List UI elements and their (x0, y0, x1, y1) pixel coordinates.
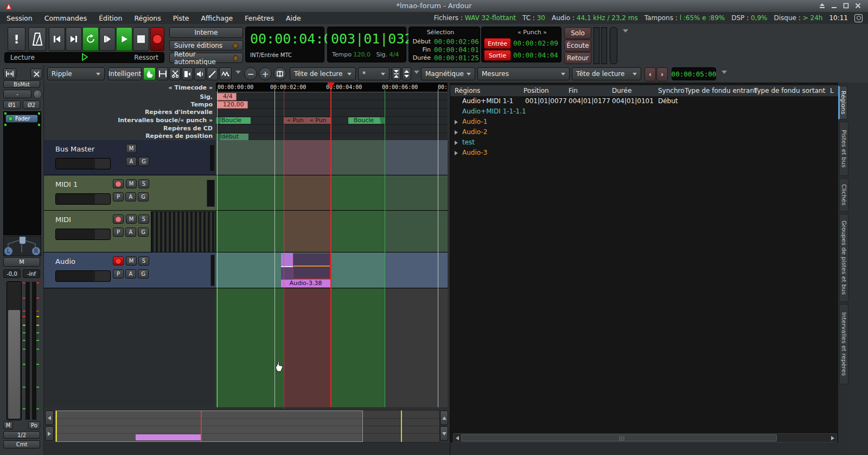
menu-piste[interactable]: Piste (173, 14, 189, 22)
ruler-label-timecode[interactable]: « Timecode » (169, 84, 213, 91)
region-row[interactable]: Audio-1 (450, 118, 839, 128)
tab-groupes[interactable]: Groupes de pistes et bus (839, 214, 848, 302)
track-gain-fader[interactable] (55, 229, 111, 240)
sig-ruler[interactable]: 4/4 (216, 92, 448, 100)
playhead-marker-icon[interactable] (327, 83, 335, 89)
primary-clock[interactable]: 00:00:04:02 INT/Entrée MTC (245, 27, 324, 62)
solo-button[interactable]: S (138, 256, 149, 266)
tab-regions[interactable]: Régions (838, 86, 847, 119)
region-row[interactable]: Audio-3 (450, 149, 839, 159)
stretch-tool-button[interactable] (182, 67, 193, 80)
solo-button[interactable]: Solo (564, 27, 591, 39)
tools-chevron[interactable] (235, 71, 241, 74)
punch-in-button[interactable]: Entrée (484, 38, 511, 49)
nudge-back-button[interactable]: ‹ (644, 67, 656, 81)
region-row[interactable]: Audio+MIDI 1-1 001|01|0077 004|01|0177 0… (450, 97, 839, 108)
zoom-fit-button[interactable] (273, 67, 286, 80)
summary-scroll-right-button[interactable] (45, 426, 54, 441)
col-synchro[interactable]: Synchro (658, 87, 685, 94)
loop-start-marker[interactable]: Boucle (216, 117, 251, 124)
summary-zoom-out-v-button[interactable] (440, 410, 448, 425)
loop-end-marker[interactable]: Boucle (348, 117, 385, 124)
automation-button[interactable]: A (125, 228, 136, 237)
pan-handle[interactable] (19, 236, 26, 244)
group-button[interactable]: G (138, 157, 149, 166)
ruler-label-range-markers[interactable]: Repères d'intervalle (145, 109, 213, 116)
punch-out-time[interactable]: 00:00:04:04 (513, 51, 558, 59)
punch-out-marker[interactable]: « Pun (307, 117, 330, 124)
solo-button[interactable]: S (138, 179, 149, 188)
edit-mode-dropdown[interactable]: Ripple (47, 67, 105, 80)
punch-out-button[interactable]: Sortie (484, 50, 511, 61)
processor-box[interactable]: Fader (3, 111, 41, 235)
region-row[interactable]: Audio-2 (450, 128, 839, 138)
tempo-ruler[interactable]: 120,00 (216, 100, 448, 109)
marker-scope-dropdown[interactable]: * (358, 67, 390, 80)
record-arm-button[interactable] (113, 179, 124, 188)
expand-arrow-icon[interactable] (455, 120, 458, 124)
tab-intervalles[interactable]: Intervalles et repères (839, 304, 848, 384)
trim-button[interactable]: - (3, 90, 31, 98)
shrink-tracks-button[interactable] (392, 67, 401, 80)
track-gain-fader[interactable] (55, 193, 111, 205)
col-position[interactable]: Position (524, 87, 549, 94)
midi-scroomer-keyboard[interactable] (151, 211, 216, 252)
trim-knob[interactable] (33, 90, 42, 99)
feedback-icon[interactable] (854, 14, 863, 22)
group-button[interactable]: G (138, 228, 149, 237)
expand-arrow-icon[interactable] (455, 141, 458, 145)
ruler-label-sig[interactable]: Sig. (200, 93, 213, 100)
audition-monitor-button[interactable]: Écoute (564, 40, 591, 52)
grid-unit-dropdown[interactable]: Mesures (477, 67, 570, 80)
follow-edits-toggle[interactable]: Suivre éditions (169, 40, 243, 50)
strip-mute-button[interactable]: M (3, 257, 40, 267)
record-button[interactable] (150, 27, 164, 51)
scroll-left-icon[interactable] (456, 436, 459, 440)
processor-led[interactable] (8, 116, 13, 121)
stop-button[interactable] (133, 27, 149, 51)
scroll-right-icon[interactable] (831, 436, 834, 440)
peak-display[interactable]: -inf (23, 269, 40, 278)
output-button[interactable]: 1/2 (3, 431, 40, 439)
audio-region[interactable]: Audio-3.38 (281, 253, 331, 287)
punch-in-marker[interactable]: « Pun (284, 117, 307, 124)
mute-button[interactable]: M (126, 144, 137, 153)
menu-regions[interactable]: Régions (134, 14, 161, 22)
metronome-button[interactable] (28, 27, 46, 51)
strip-width-button[interactable] (3, 68, 16, 79)
menu-fenetres[interactable]: Fenêtres (245, 14, 274, 22)
loop-punch-ruler[interactable]: Boucle « Pun « Pun Boucle (216, 117, 448, 125)
selection-times[interactable]: 00:00:02:06 00:00:04:01 00:00:01:25 (434, 37, 479, 62)
tab-pistes-et-bus[interactable]: Pistes et bus (839, 122, 848, 176)
summary-scroll-left-button[interactable] (45, 410, 54, 425)
cut-tool-button[interactable] (169, 67, 181, 80)
automation-button[interactable]: A (125, 269, 136, 279)
feedback-monitor-button[interactable]: Retour (564, 52, 591, 64)
grab-tool-button[interactable] (143, 67, 156, 80)
smart-mode-button[interactable]: Intelligent (108, 67, 142, 80)
ruler-canvas[interactable]: 00:00:00:00 00:00:02:00 00:00:04:00 00:0… (216, 83, 448, 140)
auto-return-toggle[interactable]: Retour automatique (169, 53, 243, 63)
scrollbar-thumb[interactable]: ||| (461, 434, 777, 441)
strip-mute2-button[interactable]: M (3, 421, 13, 429)
cd-marker-ruler[interactable] (216, 125, 448, 133)
track-canvas-audio[interactable] (216, 252, 448, 288)
track-name[interactable]: MIDI 1 (55, 180, 78, 188)
ruler-label-cd-markers[interactable]: Repères de CD (163, 125, 213, 132)
group-button[interactable]: G (138, 269, 149, 279)
col-fondu-sortant[interactable]: Type de fondu sortant (754, 87, 825, 94)
zoom-chevron[interactable] (414, 71, 419, 74)
nudge-forward-button[interactable]: › (656, 67, 668, 81)
record-arm-button-armed[interactable] (113, 256, 124, 266)
maximize-button[interactable] (843, 2, 850, 11)
playhead[interactable] (330, 89, 331, 407)
menu-aide[interactable]: Aide (286, 14, 301, 22)
close-button[interactable] (854, 2, 861, 11)
strip-name-button[interactable]: BsMst (3, 80, 40, 88)
snap-mode-dropdown[interactable]: Magnétique (421, 67, 475, 80)
col-regions[interactable]: Régions (455, 87, 480, 94)
phase1-button[interactable]: Ø1 (3, 100, 21, 109)
playlist-button[interactable]: P (113, 269, 124, 279)
nudge-clock[interactable]: 00:00:05:00 (672, 67, 716, 80)
automation-button[interactable]: A (126, 157, 137, 166)
